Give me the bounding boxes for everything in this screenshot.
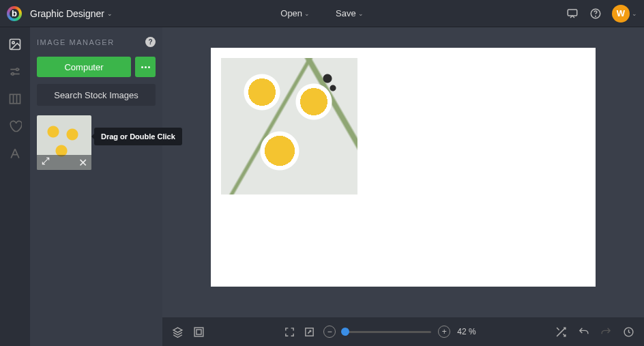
- history-icon[interactable]: [623, 326, 634, 338]
- expand-icon[interactable]: [304, 326, 315, 338]
- svg-rect-0: [568, 10, 577, 16]
- svg-point-6: [12, 73, 14, 75]
- top-right: W ⌄: [566, 5, 637, 23]
- insert-icon[interactable]: [41, 156, 50, 169]
- avatar: W: [612, 5, 630, 23]
- help-icon[interactable]: [589, 7, 602, 20]
- computer-button[interactable]: Computer: [37, 57, 131, 77]
- favorites-tool[interactable]: [8, 119, 23, 134]
- zoom-in-button[interactable]: +: [438, 326, 450, 338]
- canvas-viewport[interactable]: [162, 27, 644, 317]
- chevron-down-icon: ⌄: [358, 10, 364, 17]
- remove-thumbnail-icon[interactable]: ✕: [78, 156, 87, 169]
- artboard[interactable]: [211, 48, 596, 287]
- zoom-slider-thumb[interactable]: [341, 328, 349, 336]
- image-thumbnail[interactable]: ✕: [37, 115, 91, 170]
- comments-icon[interactable]: [566, 7, 579, 20]
- panel-title: IMAGE MANAGER: [37, 38, 115, 46]
- top-bar: b Graphic Designer ⌄ Open ⌄ Save ⌄ W ⌄: [0, 0, 644, 27]
- svg-rect-7: [10, 94, 20, 103]
- drag-tooltip: Drag or Double Click: [94, 128, 182, 145]
- app-logo[interactable]: b: [7, 6, 22, 21]
- grid-icon[interactable]: [193, 326, 205, 338]
- panel-help-icon[interactable]: ?: [145, 37, 156, 47]
- chevron-down-icon: ⌄: [304, 10, 310, 17]
- project-name: Graphic Designer: [30, 8, 104, 19]
- open-menu[interactable]: Open ⌄: [274, 4, 317, 23]
- redo-icon[interactable]: [600, 326, 612, 338]
- image-tool[interactable]: [8, 37, 23, 52]
- canvas-area: − + 42 %: [162, 27, 644, 346]
- adjust-tool[interactable]: [8, 64, 23, 79]
- svg-point-5: [16, 68, 18, 70]
- shuffle-icon[interactable]: [555, 326, 567, 338]
- thumbnail-overlay: ✕: [37, 155, 91, 170]
- zoom-level: 42 %: [457, 327, 475, 336]
- fit-screen-icon[interactable]: [284, 326, 295, 338]
- save-menu[interactable]: Save ⌄: [329, 4, 370, 23]
- text-tool[interactable]: [8, 146, 23, 161]
- placed-image[interactable]: [221, 58, 357, 194]
- user-menu[interactable]: W ⌄: [612, 5, 637, 23]
- zoom-out-button[interactable]: −: [323, 326, 336, 338]
- bottom-bar: − + 42 %: [162, 317, 644, 346]
- project-dropdown[interactable]: Graphic Designer ⌄: [30, 8, 113, 19]
- image-manager-panel: IMAGE MANAGER ? Computer Search Stock Im…: [30, 27, 162, 346]
- layers-icon[interactable]: [172, 326, 184, 338]
- svg-rect-8: [194, 328, 203, 336]
- chevron-down-icon: ⌄: [632, 10, 637, 17]
- zoom-slider[interactable]: [342, 331, 431, 333]
- top-center-menu: Open ⌄ Save ⌄: [274, 4, 370, 23]
- svg-point-4: [12, 42, 14, 44]
- search-stock-button[interactable]: Search Stock Images: [37, 84, 156, 106]
- zoom-controls: − + 42 %: [323, 326, 475, 338]
- more-options-button[interactable]: [135, 57, 156, 77]
- columns-tool[interactable]: [8, 91, 23, 106]
- svg-rect-9: [196, 329, 201, 334]
- undo-icon[interactable]: [578, 326, 589, 338]
- chevron-down-icon: ⌄: [107, 10, 113, 17]
- tool-strip: [0, 27, 30, 346]
- svg-point-2: [596, 16, 596, 16]
